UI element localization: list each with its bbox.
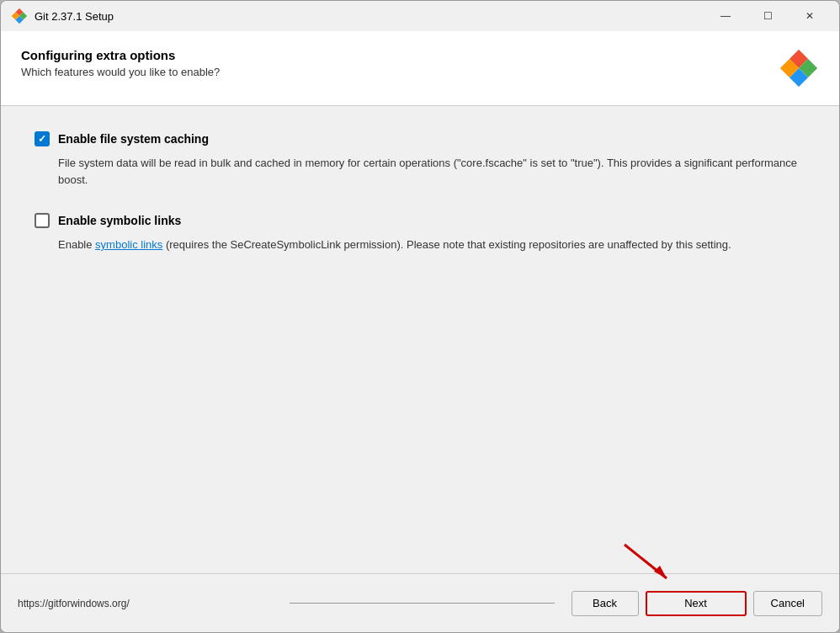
option-description-sl: Enable symbolic links (requires the SeCr…	[58, 237, 805, 253]
header-subtitle: Which features would you like to enable?	[21, 66, 779, 78]
checkbox-symbolic-links[interactable]	[35, 213, 50, 228]
footer-separator	[290, 603, 555, 604]
setup-window: Git 2.37.1 Setup — ☐ ✕ Configuring extra…	[0, 0, 840, 633]
footer-left: https://gitforwindows.org/	[18, 598, 572, 609]
checkbox-file-system-caching[interactable]	[35, 131, 50, 146]
cancel-button[interactable]: Cancel	[753, 591, 822, 616]
footer-buttons: Back Next Cancel	[572, 591, 822, 616]
minimize-button[interactable]: —	[706, 3, 745, 29]
option-file-system-caching: Enable file system caching File system d…	[35, 131, 805, 188]
maximize-button[interactable]: ☐	[748, 3, 787, 29]
back-button[interactable]: Back	[572, 591, 639, 616]
option-description-fs: File system data will be read in bulk an…	[58, 155, 805, 188]
content-area: Enable file system caching File system d…	[1, 106, 839, 573]
header-section: Configuring extra options Which features…	[1, 31, 839, 106]
window-controls: — ☐ ✕	[706, 3, 829, 29]
footer: https://gitforwindows.org/ Back Next Can…	[1, 573, 839, 632]
header-text: Configuring extra options Which features…	[21, 48, 779, 78]
app-icon	[11, 8, 28, 24]
window-title: Git 2.37.1 Setup	[35, 10, 706, 23]
option-label-sl: Enable symbolic links	[58, 214, 181, 227]
next-button[interactable]: Next	[646, 591, 747, 616]
close-button[interactable]: ✕	[790, 3, 829, 29]
symbolic-links-link[interactable]: symbolic links	[95, 238, 162, 251]
description-text-before: Enable	[58, 238, 95, 251]
option-symbolic-links: Enable symbolic links Enable symbolic li…	[35, 213, 805, 253]
footer-url: https://gitforwindows.org/	[18, 598, 283, 609]
option-label-fs: Enable file system caching	[58, 132, 209, 146]
header-title: Configuring extra options	[21, 48, 779, 62]
header-logo	[779, 48, 819, 88]
option-header-fs: Enable file system caching	[35, 131, 805, 146]
description-text-after: (requires the SeCreateSymbolicLink permi…	[162, 238, 731, 251]
title-bar: Git 2.37.1 Setup — ☐ ✕	[1, 1, 839, 31]
option-header-sl: Enable symbolic links	[35, 213, 805, 228]
